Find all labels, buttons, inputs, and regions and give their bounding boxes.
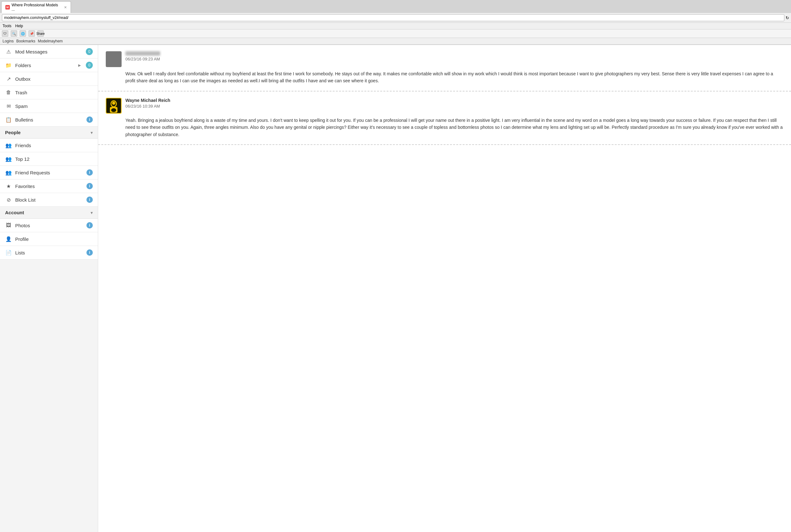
sidebar-item-friends[interactable]: 👥 Friends	[0, 139, 98, 152]
message-date-2: 06/23/16 10:39 AM	[125, 104, 170, 109]
toolbar-icon-2[interactable]: 🌐	[20, 31, 26, 37]
address-bar-row: ↻	[0, 13, 791, 23]
bookmark-logins[interactable]: Logins	[2, 39, 14, 43]
block-list-info-badge: i	[87, 196, 93, 203]
message-meta-2: Wayne Michael Reich 06/23/16 10:39 AM	[125, 98, 170, 109]
friends-icon: 👥	[5, 142, 12, 149]
people-section-label: People	[5, 130, 91, 135]
favorites-info-badge: i	[87, 183, 93, 189]
sidebar-item-profile[interactable]: 👤 Profile	[0, 232, 98, 246]
sender-name-1	[125, 51, 160, 56]
account-chevron-icon: ▾	[91, 210, 93, 215]
people-section-header[interactable]: People ▾	[0, 127, 98, 139]
account-section-header[interactable]: Account ▾	[0, 207, 98, 219]
message-body-2: Yeah. Bringing a jealous boyfriend along…	[106, 117, 784, 138]
lists-label: Lists	[15, 250, 83, 255]
warning-icon: ⚠	[5, 48, 12, 55]
tab-close-button[interactable]: ✕	[64, 5, 67, 10]
sidebar-item-top12[interactable]: 👥 Top 12	[0, 152, 98, 166]
top12-label: Top 12	[15, 156, 93, 162]
message-entry-1: 06/23/16 09:23 AM Wow. Ok well I really …	[98, 45, 791, 92]
toolbar-icon-3[interactable]: 📌	[29, 31, 35, 37]
mcafee-icon[interactable]: 🛡	[2, 31, 8, 37]
sidebar-item-spam[interactable]: ✉ Spam	[0, 99, 98, 113]
lists-icon: 📄	[5, 249, 12, 256]
wayne-avatar-inner	[106, 98, 121, 113]
photos-label: Photos	[15, 223, 83, 228]
mod-messages-badge: 0	[86, 48, 93, 55]
folders-badge: 0	[86, 62, 93, 69]
message-entry-2: Wayne Michael Reich 06/23/16 10:39 AM Ye…	[98, 92, 791, 145]
trash-icon: 🗑	[5, 89, 12, 96]
sidebar-item-photos[interactable]: 🖼 Photos i	[0, 219, 98, 232]
active-tab[interactable]: M Where Professional Models ... ✕	[1, 1, 71, 13]
tab-title: Where Professional Models ...	[12, 3, 61, 12]
block-list-icon: ⊘	[5, 196, 12, 203]
address-bar[interactable]	[2, 14, 784, 21]
refresh-icon[interactable]: ↻	[786, 16, 789, 20]
folder-icon: 📁	[5, 62, 12, 69]
sidebar-item-mod-messages[interactable]: ⚠ Mod Messages 0	[0, 45, 98, 59]
sidebar-item-bulletins[interactable]: 📋 Bulletins i	[0, 113, 98, 127]
sender-name-2: Wayne Michael Reich	[125, 98, 170, 103]
avatar-2	[106, 98, 122, 114]
sidebar-item-lists[interactable]: 📄 Lists i	[0, 246, 98, 260]
tab-bar: M Where Professional Models ... ✕	[0, 0, 791, 13]
message-header-2: Wayne Michael Reich 06/23/16 10:39 AM	[106, 98, 784, 114]
folders-label: Folders	[15, 63, 75, 68]
bulletins-label: Bulletins	[15, 117, 83, 122]
share-button[interactable]: Share	[37, 31, 44, 37]
mod-messages-label: Mod Messages	[15, 49, 82, 54]
sidebar-item-friend-requests[interactable]: 👥 Friend Requests i	[0, 166, 98, 179]
account-section-label: Account	[5, 210, 91, 215]
message-header-1: 06/23/16 09:23 AM	[106, 51, 784, 67]
toolbar-row: 🛡 🔍 🌐 📌 Share	[0, 30, 791, 38]
sidebar-item-outbox[interactable]: ↗ Outbox	[0, 72, 98, 86]
photos-info-badge: i	[87, 222, 93, 228]
svg-point-3	[112, 101, 115, 105]
content-area: 06/23/16 09:23 AM Wow. Ok well I really …	[98, 45, 791, 532]
bookmark-bookmarks[interactable]: Bookmarks	[16, 39, 35, 43]
sidebar-item-trash[interactable]: 🗑 Trash	[0, 86, 98, 99]
sidebar: ⚠ Mod Messages 0 📁 Folders ▶ 0 ↗ Outbox …	[0, 45, 98, 532]
bookmark-modelmayhem[interactable]: Modelmayhem	[38, 39, 63, 43]
svg-point-5	[111, 108, 116, 112]
sidebar-item-block-list[interactable]: ⊘ Block List i	[0, 193, 98, 207]
favorites-icon: ★	[5, 183, 12, 190]
toolbar-icon-1[interactable]: 🔍	[11, 31, 17, 37]
trash-label: Trash	[15, 90, 93, 95]
photos-icon: 🖼	[5, 222, 12, 229]
friend-requests-info-badge: i	[87, 169, 93, 176]
friends-label: Friends	[15, 143, 93, 148]
message-thread: 06/23/16 09:23 AM Wow. Ok well I really …	[98, 45, 791, 145]
menu-help[interactable]: Help	[15, 24, 23, 28]
main-layout: ⚠ Mod Messages 0 📁 Folders ▶ 0 ↗ Outbox …	[0, 45, 791, 532]
profile-label: Profile	[15, 236, 93, 242]
sidebar-item-folders[interactable]: 📁 Folders ▶ 0	[0, 59, 98, 72]
friend-requests-icon: 👥	[5, 169, 12, 176]
sidebar-item-favorites[interactable]: ★ Favorites i	[0, 179, 98, 193]
block-list-label: Block List	[15, 197, 83, 203]
message-meta-1: 06/23/16 09:23 AM	[125, 51, 160, 61]
spam-icon: ✉	[5, 102, 12, 110]
bulletins-icon: 📋	[5, 116, 12, 123]
menu-bar: Tools Help	[0, 23, 791, 30]
message-date-1: 06/23/16 09:23 AM	[125, 57, 160, 61]
avatar-1	[106, 51, 122, 67]
spam-label: Spam	[15, 103, 93, 109]
folders-arrow: ▶	[78, 63, 81, 68]
bookmarks-bar: Logins Bookmarks Modelmayhem	[0, 38, 791, 45]
menu-tools[interactable]: Tools	[2, 24, 12, 28]
browser-chrome: M Where Professional Models ... ✕ ↻ Tool…	[0, 0, 791, 45]
top12-icon: 👥	[5, 155, 12, 163]
bulletins-info-badge: i	[87, 116, 93, 123]
favorites-label: Favorites	[15, 184, 83, 189]
friend-requests-label: Friend Requests	[15, 170, 83, 175]
people-chevron-icon: ▾	[91, 130, 93, 135]
message-body-1: Wow. Ok well I really dont feel comforta…	[106, 70, 784, 84]
lists-info-badge: i	[87, 249, 93, 256]
outbox-label: Outbox	[15, 76, 93, 82]
profile-icon: 👤	[5, 235, 12, 243]
outbox-icon: ↗	[5, 75, 12, 82]
tab-favicon: M	[5, 5, 10, 10]
